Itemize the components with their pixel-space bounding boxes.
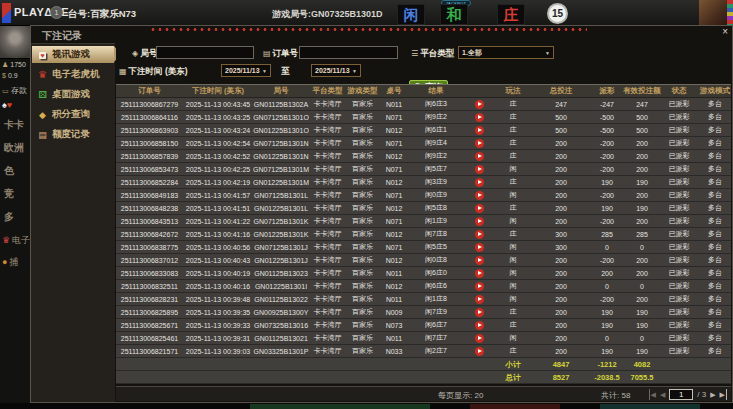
bet-records-table: 订单号下注时间 (美东)局号平台类型游戏类型桌号结果玩法总投注派彩有效投注额状态… xyxy=(116,84,731,384)
table-row: 2511130068534732025-11-13 00:42:25GN0712… xyxy=(116,163,731,176)
replay-play-icon[interactable] xyxy=(475,269,484,278)
first-page-icon[interactable]: ◀ xyxy=(649,389,656,400)
table-row: 2511130068254612025-11-13 00:39:31GN0112… xyxy=(116,332,731,345)
balance-stat: $0.9 xyxy=(2,72,18,79)
replay-play-icon[interactable] xyxy=(475,100,484,109)
dice-icon xyxy=(37,89,48,100)
dialog-title: 下注记录 xyxy=(42,29,82,43)
replay-play-icon[interactable] xyxy=(475,334,484,343)
last-page-icon[interactable]: ▶ xyxy=(720,389,727,400)
lobby-left-rail: ♟1750 $0.9 ▭存款 ♠♥ 卡卡欧洲色竞多 ♛电子●捕 xyxy=(0,26,30,409)
date-to-label: 至 xyxy=(281,66,290,78)
table-row: 2511130068491832025-11-13 00:41:57GN0712… xyxy=(116,189,731,202)
menu-item-quota-records[interactable]: 额度记录 xyxy=(32,126,114,143)
replay-play-icon[interactable] xyxy=(475,139,484,148)
game-round-label: 游戏局号:GN07325B1301D xyxy=(272,8,383,21)
replay-play-icon[interactable] xyxy=(475,165,484,174)
table-row: 2511130068387752025-11-13 00:40:56GN0712… xyxy=(116,241,731,254)
list-icon xyxy=(411,49,418,58)
lobby-tab[interactable]: 多 xyxy=(4,210,14,224)
avatar[interactable] xyxy=(0,26,30,59)
table-row: 2511130068256712025-11-13 00:39:33GN0732… xyxy=(116,319,731,332)
game-top-bar: PLAYΔCE 1 台号:百家乐N73 游戏局号:GN07325B1301D J… xyxy=(0,0,733,26)
replay-play-icon[interactable] xyxy=(475,308,484,317)
column-header: 结果 xyxy=(409,86,463,96)
replay-play-icon[interactable] xyxy=(475,282,484,291)
column-header: 平台类型 xyxy=(309,86,346,96)
replay-play-icon[interactable] xyxy=(475,126,484,135)
table-body: 2511130068672792025-11-13 00:43:45GN0112… xyxy=(116,98,731,358)
total-count-label: 共计: 58 xyxy=(601,390,630,401)
replay-play-icon[interactable] xyxy=(475,347,484,356)
column-header: 局号 xyxy=(253,86,309,96)
replay-play-icon[interactable] xyxy=(475,321,484,330)
table-row: 2511130068639032025-11-13 00:43:24GN0122… xyxy=(116,124,731,137)
column-header: 桌号 xyxy=(379,86,409,96)
previous-page-icon[interactable]: ◀ xyxy=(660,389,665,400)
column-header: 有效投注额 xyxy=(623,86,661,96)
menu-item-slots[interactable]: 电子老虎机 xyxy=(32,66,114,83)
bet-spot-player[interactable]: 闲 xyxy=(397,4,425,25)
column-header: 订单号 xyxy=(116,86,183,96)
table-row: 2511130068426722025-11-13 00:41:16GN0122… xyxy=(116,228,731,241)
table-row: 2511130068578392025-11-13 00:42:52GN0122… xyxy=(116,150,731,163)
table-row: 2511130068641162025-11-13 00:43:25GN0712… xyxy=(116,111,731,124)
menu-item-points-query[interactable]: 积分查询 xyxy=(32,106,114,123)
players-stat: ♟1750 xyxy=(2,61,26,69)
replay-play-icon[interactable] xyxy=(475,178,484,187)
table-header-row: 订单号下注时间 (美东)局号平台类型游戏类型桌号结果玩法总投注派彩有效投注额状态… xyxy=(116,84,731,98)
records-menu: 视讯游戏 电子老虎机 桌面游戏 积分查询 额度记录 xyxy=(31,43,115,402)
bet-time-filter-label: 下注时间 (美东) xyxy=(119,66,188,78)
platform-type-select[interactable]: 1.全部 xyxy=(458,46,554,59)
deposit-button[interactable]: ▭存款 xyxy=(2,85,27,96)
chip-row-decoration xyxy=(150,27,587,32)
column-header: 派彩 xyxy=(591,86,623,96)
table-footer: 每页显示: 20 共计: 58 ◀ ◀ 1 / 3 ▶ ▶ xyxy=(116,386,731,401)
next-page-icon[interactable]: ▶ xyxy=(710,389,715,400)
table-row: 2511130068215712025-11-13 00:39:03GN0332… xyxy=(116,345,731,358)
lobby-item[interactable]: ♛电子 xyxy=(2,234,30,247)
notification-badge: 1 xyxy=(50,6,63,19)
column-header: 下注时间 (美东) xyxy=(183,86,253,96)
lobby-tab[interactable]: 竞 xyxy=(4,187,14,201)
lobby-tab[interactable]: 欧洲 xyxy=(4,141,24,155)
gem-icon xyxy=(37,109,48,120)
clipboard-icon xyxy=(263,49,271,58)
close-icon[interactable]: × xyxy=(722,27,728,37)
brand-logo-icon xyxy=(2,3,11,23)
replay-play-icon[interactable] xyxy=(475,256,484,265)
lobby-tab[interactable]: 色 xyxy=(4,164,14,178)
bet-spot-banker[interactable]: 庄 xyxy=(497,4,525,25)
lobby-item[interactable]: ●捕 xyxy=(2,256,18,269)
replay-play-icon[interactable] xyxy=(475,113,484,122)
date-to-select[interactable]: 2025/11/13 xyxy=(311,64,361,77)
records-content: 局号 订单号 平台类型 1.全部 下注时间 (美东) 2025/11/13 至 … xyxy=(116,43,731,401)
replay-play-icon[interactable] xyxy=(475,243,484,252)
order-filter-label: 订单号 xyxy=(263,48,298,60)
replay-play-icon[interactable] xyxy=(475,230,484,239)
card-icon: ▭ xyxy=(2,87,9,94)
lobby-tab[interactable]: 卡卡 xyxy=(4,118,24,132)
calendar-icon xyxy=(119,67,127,76)
replay-play-icon[interactable] xyxy=(475,204,484,213)
table-row: 2511130068522842025-11-13 00:42:19GN0122… xyxy=(116,176,731,189)
page-number-input[interactable]: 1 xyxy=(669,389,693,400)
tag-icon xyxy=(132,49,138,58)
column-header: 游戏类型 xyxy=(346,86,379,96)
replay-play-icon[interactable] xyxy=(475,217,484,226)
menu-item-table-games[interactable]: 桌面游戏 xyxy=(32,86,114,103)
bet-spot-tie[interactable]: 和 xyxy=(440,4,468,25)
replay-play-icon[interactable] xyxy=(475,295,484,304)
date-from-select[interactable]: 2025/11/13 xyxy=(221,64,271,77)
replay-play-icon[interactable] xyxy=(475,152,484,161)
replay-play-icon[interactable] xyxy=(475,191,484,200)
table-row: 2511130068325112025-11-13 00:40:16GN0122… xyxy=(116,280,731,293)
order-filter-input[interactable] xyxy=(299,46,398,59)
bet-records-dialog: 下注记录 × 视讯游戏 电子老虎机 桌面游戏 积分查询 额度记录 局号 订单号 … xyxy=(30,25,733,403)
cards-decoration: ♠♥ xyxy=(2,100,12,110)
round-filter-input[interactable] xyxy=(156,46,254,59)
menu-item-video-games[interactable]: 视讯游戏 xyxy=(32,46,114,63)
table-number-label: 台号:百家乐N73 xyxy=(68,8,136,21)
document-icon xyxy=(37,129,48,140)
subtotal-row: 小计 4847 -1212 4082 xyxy=(116,358,731,371)
